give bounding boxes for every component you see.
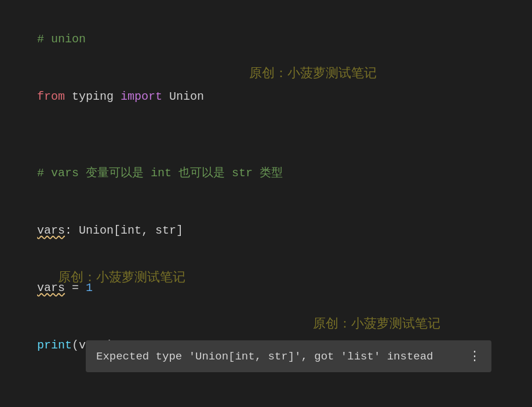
tooltip-menu-button[interactable]: ⋮ xyxy=(468,348,481,364)
tooltip-bar: Expected type 'Union[int, str]', got 'li… xyxy=(86,340,491,372)
comment-union: # union xyxy=(37,32,86,46)
keyword-import: import xyxy=(121,90,162,103)
tooltip-message: Expected type 'Union[int, str]', got 'li… xyxy=(96,350,433,363)
number-1: 1 xyxy=(86,281,93,295)
union-name: Union xyxy=(162,90,204,103)
keyword-from: from xyxy=(37,90,65,103)
text-typing: typing xyxy=(65,90,121,103)
code-line-4: # vars 变量可以是 int 也可以是 str 类型 xyxy=(9,144,523,202)
comment-vars: # vars 变量可以是 int 也可以是 str 类型 xyxy=(37,166,283,180)
var-vars-2: vars xyxy=(37,281,65,295)
equals-1: = xyxy=(65,281,86,295)
code-line-6: vars = 1 xyxy=(9,259,523,317)
code-line-8 xyxy=(9,374,523,393)
code-line-3 xyxy=(9,125,523,144)
var-vars-1: vars xyxy=(37,224,65,237)
vars-type: : Union[int, str] xyxy=(65,224,183,237)
code-line-1: # union xyxy=(9,10,523,68)
code-line-2: from typing import Union xyxy=(9,68,523,125)
code-line-5: vars: Union[int, str] xyxy=(9,202,523,259)
code-line-9 xyxy=(9,393,523,407)
func-print-1: print xyxy=(37,339,72,352)
